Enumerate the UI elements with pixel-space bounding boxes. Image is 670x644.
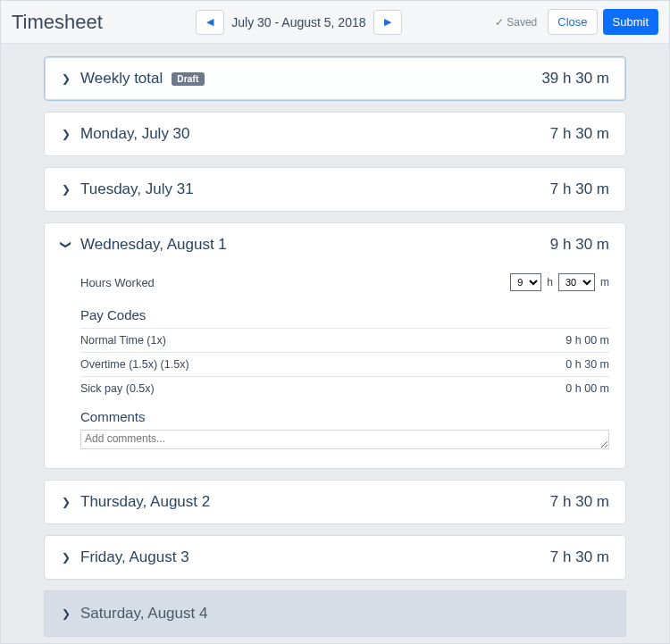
- comments-input[interactable]: [80, 430, 609, 449]
- paycode-name: Overtime (1.5x) (1.5x): [80, 358, 189, 371]
- date-nav: ◀ July 30 - August 5, 2018 ▶: [196, 10, 401, 35]
- day-row-tuesday[interactable]: ❯ Tuesday, July 31 7 h 30 m: [45, 168, 625, 211]
- time-inputs: 9 h 30 m: [510, 273, 609, 291]
- minutes-unit: m: [600, 276, 609, 289]
- next-week-button[interactable]: ▶: [373, 10, 402, 35]
- content-area: ❯ Weekly total Draft 39 h 30 m ❯ Monday,…: [1, 44, 669, 644]
- day-card-wednesday: ❯ Wednesday, August 1 9 h 30 m Hours Wor…: [44, 222, 626, 469]
- day-card-saturday: ❯ Saturday, August 4: [44, 590, 626, 637]
- draft-badge: Draft: [172, 72, 204, 86]
- day-total: 7 h 30 m: [550, 180, 609, 198]
- day-total: 7 h 30 m: [550, 493, 609, 511]
- chevron-right-icon: ▶: [384, 16, 391, 28]
- saved-status: ✓ Saved: [495, 16, 537, 29]
- day-card-thursday: ❯ Thursday, August 2 7 h 30 m: [44, 480, 626, 524]
- day-card-monday: ❯ Monday, July 30 7 h 30 m: [44, 112, 626, 156]
- paycodes-heading: Pay Codes: [80, 307, 609, 322]
- day-expanded-body: Hours Worked 9 h 30 m Pay Codes Normal T…: [45, 266, 625, 468]
- app-header: Timesheet ◀ July 30 - August 5, 2018 ▶ ✓…: [1, 1, 669, 44]
- chevron-right-icon: ❯: [61, 496, 71, 508]
- day-card-tuesday: ❯ Tuesday, July 31 7 h 30 m: [44, 167, 626, 212]
- chevron-right-icon: ❯: [61, 72, 71, 85]
- day-total: 7 h 30 m: [550, 125, 609, 143]
- close-button[interactable]: Close: [548, 9, 597, 35]
- comments-heading: Comments: [80, 409, 609, 424]
- paycode-value: 9 h 00 m: [565, 334, 609, 347]
- paycode-row: Sick pay (0.5x) 0 h 00 m: [80, 376, 609, 400]
- weekly-total-label: Weekly total: [80, 70, 163, 88]
- day-row-friday[interactable]: ❯ Friday, August 3 7 h 30 m: [45, 536, 625, 579]
- chevron-down-icon: ❯: [60, 239, 72, 250]
- day-total: 7 h 30 m: [550, 548, 609, 566]
- paycode-value: 0 h 30 m: [565, 358, 609, 371]
- day-row-saturday[interactable]: ❯ Saturday, August 4: [45, 591, 625, 636]
- day-row-thursday[interactable]: ❯ Thursday, August 2 7 h 30 m: [45, 481, 625, 523]
- minutes-select[interactable]: 30: [558, 273, 595, 291]
- day-label: Saturday, August 4: [80, 605, 207, 623]
- paycode-value: 0 h 00 m: [565, 382, 609, 395]
- hours-unit: h: [547, 276, 553, 289]
- page-title: Timesheet: [12, 11, 103, 34]
- day-label: Tuesday, July 31: [80, 180, 194, 198]
- prev-week-button[interactable]: ◀: [196, 10, 224, 35]
- weekly-total-card: ❯ Weekly total Draft 39 h 30 m: [44, 56, 626, 101]
- paycode-row: Overtime (1.5x) (1.5x) 0 h 30 m: [80, 352, 609, 376]
- chevron-right-icon: ❯: [61, 607, 71, 620]
- day-label: Friday, August 3: [80, 548, 189, 566]
- day-row-monday[interactable]: ❯ Monday, July 30 7 h 30 m: [45, 113, 625, 155]
- paycode-row: Normal Time (1x) 9 h 00 m: [80, 328, 609, 352]
- day-label: Monday, July 30: [80, 125, 190, 143]
- paycode-name: Normal Time (1x): [80, 334, 166, 347]
- chevron-left-icon: ◀: [206, 16, 214, 28]
- weekly-total-row[interactable]: ❯ Weekly total Draft 39 h 30 m: [45, 57, 625, 100]
- header-actions: ✓ Saved Close Submit: [495, 9, 658, 35]
- chevron-right-icon: ❯: [61, 551, 71, 564]
- weekly-total-value: 39 h 30 m: [541, 70, 609, 88]
- day-total: 9 h 30 m: [550, 236, 609, 254]
- day-card-friday: ❯ Friday, August 3 7 h 30 m: [44, 535, 626, 580]
- day-label: Thursday, August 2: [80, 493, 210, 511]
- day-row-wednesday[interactable]: ❯ Wednesday, August 1 9 h 30 m: [45, 223, 625, 266]
- submit-button[interactable]: Submit: [603, 9, 658, 35]
- hours-select[interactable]: 9: [510, 273, 541, 291]
- date-range-label: July 30 - August 5, 2018: [231, 15, 365, 29]
- hours-worked-row: Hours Worked 9 h 30 m: [80, 266, 609, 302]
- hours-worked-label: Hours Worked: [80, 276, 155, 289]
- day-label: Wednesday, August 1: [80, 236, 227, 254]
- chevron-right-icon: ❯: [61, 183, 71, 196]
- paycode-name: Sick pay (0.5x): [80, 382, 155, 395]
- chevron-right-icon: ❯: [61, 128, 71, 140]
